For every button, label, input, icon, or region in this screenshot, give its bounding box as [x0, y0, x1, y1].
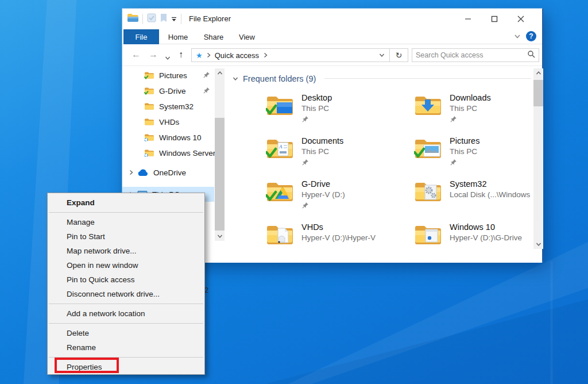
menu-item-delete[interactable]: Delete — [48, 326, 204, 340]
file-explorer-icon — [127, 13, 138, 25]
help-icon[interactable]: ? — [526, 31, 536, 41]
sidebar-item-vhds[interactable]: VHDs — [122, 114, 214, 129]
sidebar-item-pictures[interactable]: Pictures — [122, 68, 214, 83]
minimize-button[interactable] — [455, 9, 481, 29]
section-header[interactable]: Frequent folders (9) — [243, 74, 316, 83]
pin-icon — [301, 201, 345, 212]
scroll-up-icon[interactable] — [215, 70, 225, 76]
pictures-folder-icon — [414, 137, 442, 160]
close-button[interactable] — [508, 9, 534, 29]
tile-vhds[interactable]: VHDs Hyper-V (D:)\Hyper-V — [266, 222, 414, 265]
sidebar-item-system32[interactable]: System32 — [122, 99, 214, 114]
search-icon[interactable] — [527, 50, 535, 60]
folder-icon — [144, 118, 154, 126]
tab-file[interactable]: File — [123, 29, 159, 44]
onedrive-cloud-icon — [137, 169, 149, 176]
sidebar-item-windows10[interactable]: Windows 10 — [122, 130, 214, 145]
folder-check-icon — [144, 87, 154, 95]
menu-separator — [49, 323, 203, 324]
folder-icon — [144, 102, 154, 110]
maximize-button[interactable] — [481, 9, 508, 29]
tile-desktop[interactable]: Desktop This PC — [266, 93, 414, 136]
chevron-right-icon[interactable] — [128, 168, 134, 177]
folder-check-icon — [144, 71, 154, 79]
breadcrumb-chevron-icon[interactable] — [206, 50, 211, 60]
tab-home[interactable]: Home — [165, 29, 191, 44]
scrollbar-thumb[interactable] — [533, 80, 543, 106]
desktop-folder-icon — [266, 94, 293, 117]
tile-documents[interactable]: A Documents This PC — [266, 136, 414, 179]
folder-sync-icon — [144, 133, 154, 141]
menu-item-open-in-new-window[interactable]: Open in new window — [48, 258, 204, 272]
tab-share[interactable]: Share — [201, 29, 226, 44]
sidebar-text-fragment: 2 — [204, 286, 208, 294]
menu-item-add-network-location[interactable]: Add a network location — [48, 306, 204, 321]
windows10-folder-icon — [414, 223, 442, 246]
pin-icon — [203, 71, 210, 80]
breadcrumb-chevron-icon[interactable] — [262, 50, 268, 60]
menu-separator — [49, 304, 203, 304]
sidebar-item-windows-server[interactable]: Windows Server — [122, 145, 214, 160]
gdrive-folder-icon — [266, 180, 293, 203]
folder-view: Frequent folders (9) Desktop This PC — [226, 66, 535, 263]
back-button[interactable]: ← — [131, 49, 141, 60]
documents-folder-icon: A — [266, 137, 293, 160]
scroll-down-icon[interactable] — [533, 241, 543, 247]
quick-access-star-icon: ★ — [196, 51, 203, 60]
titlebar[interactable]: File Explorer — [122, 9, 542, 29]
breadcrumb[interactable]: Quick access — [215, 51, 259, 60]
divider — [181, 14, 181, 24]
menu-item-manage[interactable]: Manage — [48, 215, 204, 229]
pin-icon — [301, 115, 332, 125]
svg-text:A: A — [278, 144, 283, 149]
forward-button[interactable]: → — [149, 49, 158, 60]
search-box[interactable] — [412, 48, 539, 62]
divider — [324, 78, 531, 79]
scrollbar-thumb[interactable] — [215, 118, 225, 231]
divider — [142, 14, 143, 24]
sidebar-scrollbar[interactable] — [215, 68, 225, 241]
sidebar-item-gdrive[interactable]: G-Drive — [122, 83, 214, 98]
menu-item-disconnect-network-drive[interactable]: Disconnect network drive... — [48, 287, 204, 301]
scroll-down-icon[interactable] — [215, 233, 225, 239]
menu-item-pin-to-start[interactable]: Pin to Start — [48, 229, 204, 244]
address-dropdown-chevron-icon[interactable] — [379, 50, 385, 60]
window-title: File Explorer — [189, 14, 231, 23]
system32-folder-icon — [414, 180, 442, 203]
pin-icon — [450, 158, 479, 168]
collapse-section-chevron-icon[interactable] — [233, 74, 238, 84]
search-input[interactable] — [412, 51, 527, 59]
pin-icon — [450, 115, 491, 125]
qat-newfolder-icon[interactable] — [160, 13, 167, 25]
menu-separator — [49, 357, 203, 358]
menu-separator — [49, 212, 203, 213]
desktop-wallpaper: File Explorer File Home Share View ? ← →… — [0, 0, 588, 384]
tab-view[interactable]: View — [235, 29, 259, 44]
menu-item-properties[interactable]: Properties — [48, 360, 204, 374]
context-menu: Expand Manage Pin to Start Map network d… — [47, 193, 205, 375]
navigation-bar: ← → ↑ ★ Quick access ↻ — [122, 44, 542, 66]
up-button[interactable]: ↑ — [179, 49, 183, 60]
expand-ribbon-chevron-icon[interactable] — [514, 31, 520, 41]
sidebar-item-onedrive[interactable]: OneDrive — [122, 165, 214, 180]
scroll-up-icon[interactable] — [533, 70, 543, 76]
main-scrollbar[interactable] — [533, 68, 543, 249]
frequent-folders-grid: Desktop This PC Downloads This PC — [266, 93, 562, 265]
menu-item-rename[interactable]: Rename — [48, 340, 204, 355]
ribbon-tab-bar: File Home Share View ? — [122, 29, 542, 44]
pin-icon — [203, 87, 210, 96]
menu-item-pin-to-quick-access[interactable]: Pin to Quick access — [48, 272, 204, 287]
vhds-folder-icon — [266, 223, 293, 246]
menu-item-map-network-drive[interactable]: Map network drive... — [48, 244, 204, 258]
downloads-folder-icon — [414, 94, 442, 117]
tile-gdrive[interactable]: G-Drive Hyper-V (D:) — [266, 179, 414, 222]
menu-item-expand[interactable]: Expand — [48, 195, 204, 210]
recent-locations-chevron-icon[interactable] — [165, 53, 171, 63]
pin-icon — [301, 158, 343, 168]
refresh-button[interactable]: ↻ — [390, 48, 408, 62]
folder-sync-icon — [144, 149, 154, 157]
qat-customize-chevron-icon[interactable] — [171, 14, 177, 24]
qat-properties-icon[interactable] — [147, 13, 156, 25]
address-bar[interactable]: ★ Quick access — [191, 48, 390, 62]
